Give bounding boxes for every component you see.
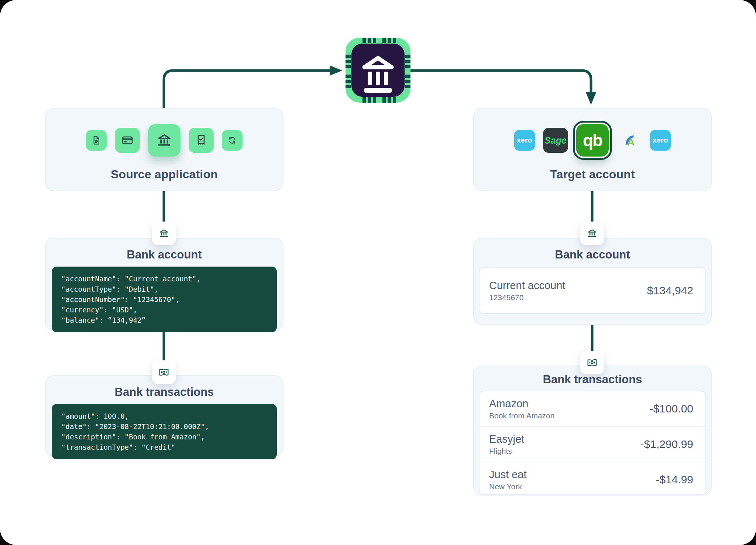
credit-card-icon [120, 133, 134, 147]
code-line: "amount": 100.0, [61, 411, 267, 421]
bank-icon [158, 227, 170, 239]
arrowhead-down-icon [586, 92, 596, 105]
source-tile-bank [148, 124, 181, 157]
target-account-panel: xero Sage qb A xero Target account [473, 108, 712, 191]
hub-chip [346, 38, 410, 103]
transaction-amount: -$1,290.99 [640, 438, 693, 450]
source-icon-row [86, 124, 243, 157]
quickbooks-logo: qb [576, 124, 609, 157]
freeagent-logo: A [617, 128, 642, 153]
bank-chip-icon [346, 38, 410, 103]
source-bank-transactions-badge [152, 360, 176, 384]
source-bank-transactions-code: "amount": 100.0, "date": "2023-08-22T10:… [52, 404, 277, 459]
receipt-check-icon [194, 133, 208, 147]
transaction-description: New York [489, 482, 527, 491]
source-bank-transactions-title: Bank transactions [115, 385, 214, 399]
sage-logo: Sage [543, 128, 568, 153]
diagram-canvas: Source application xero Sage qb A xero T… [0, 0, 756, 545]
target-bank-account-badge [580, 222, 604, 245]
source-panel-title: Source application [111, 168, 218, 181]
target-bank-transactions-badge [580, 351, 604, 374]
transaction-merchant: Easyjet [489, 433, 524, 445]
transaction-amount: -$14.99 [656, 473, 693, 486]
transaction-description: Book from Amazon [489, 411, 554, 420]
transaction-row: Easyjet Flights -$1,290.99 [480, 427, 705, 462]
quickbooks-logo-label: qb [583, 130, 602, 150]
code-line: "accountName": "Current account", [61, 274, 267, 284]
xero-logo: xero [514, 130, 535, 151]
target-bank-account-card: Current account 12345670 $134,942 [479, 267, 706, 314]
transaction-amount: -$100.00 [650, 402, 693, 415]
source-tile-receipt [189, 128, 214, 153]
svg-text:A: A [627, 136, 635, 148]
source-tile-credit-card [115, 128, 140, 153]
source-tile-document [86, 130, 107, 151]
transaction-merchant: Just eat [489, 469, 527, 481]
code-line: "balance": “134,942” [61, 315, 267, 325]
account-summary-row: Current account 12345670 $134,942 [480, 268, 705, 313]
source-bank-account-code: "accountName": "Current account", "accou… [52, 267, 277, 332]
sage-logo-label: Sage [544, 135, 567, 146]
banknote-icon [586, 357, 598, 369]
arrowhead-right-icon [330, 65, 342, 76]
target-bank-account-title: Bank account [555, 248, 630, 261]
transaction-row: Just eat New York -$14.99 [480, 462, 705, 495]
sync-icon [227, 135, 238, 146]
source-bank-account-box: Bank account "accountName": "Current acc… [45, 238, 284, 331]
source-application-panel: Source application [45, 108, 284, 191]
arrow-source-to-hub [164, 71, 330, 108]
banknote-icon [158, 366, 170, 378]
source-tile-sync [222, 130, 243, 151]
arrow-hub-to-target [411, 71, 591, 92]
xero-logo-label: xero [517, 136, 532, 144]
code-line: "accountNumber": "12345670", [61, 294, 267, 305]
source-bank-account-badge [152, 222, 176, 245]
transaction-merchant: Amazon [489, 398, 554, 410]
source-bank-transactions-box: Bank transactions "amount": 100.0, "date… [45, 375, 284, 456]
account-balance: $134,942 [647, 284, 693, 297]
xero-logo: xero [650, 130, 671, 151]
target-logo-row: xero Sage qb A xero [514, 124, 671, 157]
document-icon [91, 135, 102, 146]
source-bank-account-title: Bank account [127, 248, 202, 261]
code-line: "currency": "USD", [61, 305, 267, 315]
code-line: "transactionType": "Credit" [61, 442, 267, 452]
target-panel-title: Target account [550, 168, 635, 181]
target-bank-transactions-box: Bank transactions Amazon Book from Amazo… [473, 366, 712, 496]
target-bank-transactions-card: Amazon Book from Amazon -$100.00 Easyjet… [479, 391, 706, 495]
transaction-description: Flights [489, 447, 524, 456]
code-line: "accountType": "Debit", [61, 284, 267, 294]
account-number: 12345670 [489, 293, 565, 302]
transaction-row: Amazon Book from Amazon -$100.00 [480, 391, 705, 427]
bank-icon [155, 131, 173, 149]
xero-logo-label: xero [653, 136, 668, 144]
freeagent-icon: A [622, 133, 637, 148]
target-bank-account-box: Bank account Current account 12345670 $1… [473, 238, 712, 325]
account-name: Current account [489, 280, 565, 292]
code-line: "date": "2023-08-22T10:21:00.000Z", [61, 421, 267, 432]
code-line: "description": "Book from Amazon", [61, 432, 267, 442]
bank-icon [586, 227, 598, 239]
target-bank-transactions-title: Bank transactions [543, 373, 642, 386]
